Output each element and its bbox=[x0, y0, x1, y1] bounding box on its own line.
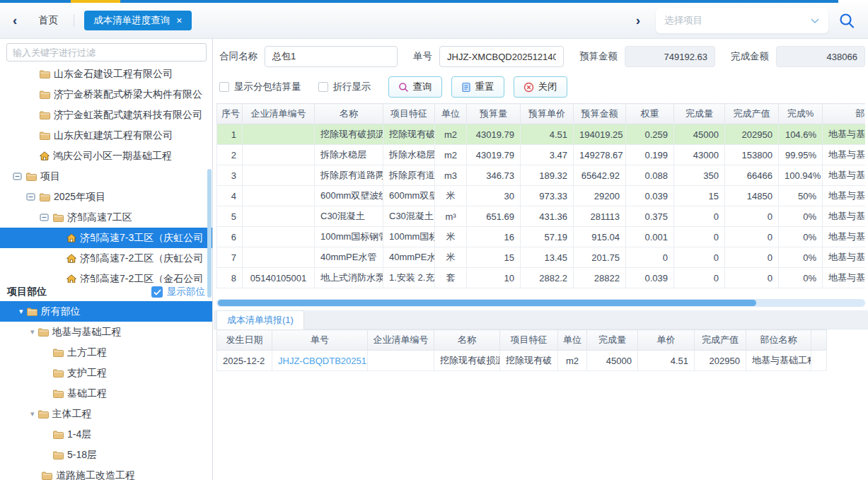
forward-icon[interactable]: › bbox=[636, 13, 640, 28]
table-cell: 3.47 bbox=[521, 145, 574, 165]
table-cell: 0.199 bbox=[626, 145, 674, 165]
horizontal-scrollbar-thumb[interactable] bbox=[218, 300, 756, 306]
tab-cost-list-filling[interactable]: 成本清单填报(1) bbox=[216, 310, 304, 329]
table-row[interactable]: 805140105001地上式消防水泵1.安装 2.充套102882.22882… bbox=[217, 268, 866, 288]
tree-item-label: 道路施工改造工程 bbox=[56, 469, 135, 480]
collapse-icon[interactable] bbox=[13, 172, 22, 181]
tree-item[interactable]: 2025年项目 bbox=[0, 187, 212, 207]
caret-down-icon[interactable]: ▾ bbox=[30, 327, 35, 336]
show-subcontract-label[interactable]: 显示分包结算量 bbox=[234, 81, 301, 93]
table-row[interactable]: 740mmPE水管40mmPE水米1513.45201.750000%地基与基础 bbox=[217, 247, 866, 268]
table-cell: 地基与基础 bbox=[823, 227, 866, 247]
reset-button[interactable]: 重置 bbox=[451, 76, 504, 98]
toolbar-row: 显示分包结算量 折行显示 查询 重置 关闭 bbox=[219, 76, 577, 98]
table-cell: 地基与基础 bbox=[823, 186, 866, 206]
table-row[interactable]: 6100mm国标钢管100mm国标米1657.19915.040.001000%… bbox=[217, 227, 866, 247]
tree-item[interactable]: 济邹高速7-2工区（庆虹公司 bbox=[0, 248, 212, 269]
table-cell: 431.36 bbox=[521, 206, 574, 227]
table-cell: 0 bbox=[725, 206, 779, 227]
table-row[interactable]: 5C30混凝土C30混凝土m³651.69431.362811130.37500… bbox=[217, 206, 866, 227]
table-cell: 05140105001 bbox=[243, 268, 315, 288]
table-cell: 40mmPE水管 bbox=[315, 247, 383, 268]
tree-item-label: 1-4层 bbox=[67, 428, 91, 441]
bottom-tabbar: 成本清单填报(1) bbox=[214, 310, 868, 329]
collapse-icon[interactable] bbox=[26, 192, 35, 201]
table-cell bbox=[243, 145, 315, 165]
table-cell: 10 bbox=[467, 268, 521, 288]
completed-amount-label: 完成金额 bbox=[731, 50, 769, 63]
table-row[interactable]: 4600mm双壁波纹600mm双壁米30973.33292000.0391514… bbox=[217, 186, 866, 206]
tree-item-label: 支护工程 bbox=[67, 367, 107, 380]
checkbox-checked-icon[interactable] bbox=[151, 286, 163, 298]
search-icon[interactable] bbox=[838, 12, 855, 29]
tab-cost-list-progress[interactable]: 成本清单进度查询 × bbox=[84, 11, 191, 30]
table-cell: C30混凝土 bbox=[383, 206, 435, 227]
parts-tree-item[interactable]: 土方工程 bbox=[0, 342, 212, 363]
back-icon[interactable]: ‹ bbox=[13, 13, 17, 28]
folder-icon bbox=[53, 369, 64, 377]
close-button[interactable]: 关闭 bbox=[514, 76, 567, 98]
collapse-icon[interactable] bbox=[40, 213, 49, 222]
table-cell: 挖除现有破 bbox=[500, 351, 558, 371]
table-cell: 5 bbox=[217, 206, 243, 227]
horizontal-scrollbar[interactable] bbox=[216, 299, 865, 307]
table-row[interactable]: 2拆除水稳层拆除水稳层m243019.793.47149278.670.1994… bbox=[217, 145, 866, 165]
table-cell: 189.32 bbox=[521, 165, 574, 186]
table-cell bbox=[811, 351, 827, 371]
table-row[interactable]: 3拆除原有道路两拆除原有道m3346.73189.3265642.920.088… bbox=[217, 165, 866, 186]
parts-tree-item-selected[interactable]: ▾所有部位 bbox=[0, 301, 212, 322]
chevron-down-icon[interactable] bbox=[810, 17, 820, 24]
show-parts-checkbox[interactable]: 显示部位 bbox=[151, 286, 205, 298]
parts-tree-item[interactable]: 基础工程 bbox=[0, 383, 212, 404]
table-cell: 100.94% bbox=[779, 165, 823, 186]
table-cell: m2 bbox=[435, 124, 467, 145]
column-header: 发生日期 bbox=[217, 330, 272, 351]
table-cell: 地基与基础 bbox=[823, 145, 866, 165]
table-cell: 1 bbox=[217, 124, 243, 145]
tree-item[interactable]: 济邹高速7工区 bbox=[0, 207, 212, 228]
table-cell: 28822 bbox=[574, 268, 626, 288]
doc-number-input[interactable] bbox=[439, 46, 564, 67]
tree-item[interactable]: 鸿庆公司小区一期基础工程 bbox=[0, 146, 212, 166]
table-cell: 地基与基础工程 bbox=[746, 351, 811, 371]
parts-tree-item[interactable]: 道路施工改造工程 bbox=[0, 465, 212, 480]
tree-item[interactable]: 山东庆虹建筑工程有限公司 bbox=[0, 125, 212, 146]
folder-icon bbox=[53, 431, 64, 439]
column-header: 预算量 bbox=[467, 104, 521, 124]
wrap-display-label[interactable]: 折行显示 bbox=[333, 81, 371, 93]
tab-close-icon[interactable]: × bbox=[176, 16, 182, 25]
folder-icon bbox=[38, 328, 49, 336]
caret-down-icon[interactable]: ▾ bbox=[19, 307, 23, 316]
tab-home[interactable]: 首页 bbox=[38, 14, 58, 27]
caret-down-icon[interactable]: ▾ bbox=[30, 409, 35, 418]
show-subcontract-checkbox[interactable] bbox=[219, 82, 229, 92]
tree-item[interactable]: 山东金石建设工程有限公司 bbox=[0, 64, 212, 84]
column-header: 单位 bbox=[558, 330, 587, 351]
tree-item[interactable]: 项目 bbox=[0, 166, 212, 187]
filter-form: 合同名称 单号 预算金额 完成金额 bbox=[219, 45, 865, 68]
tree-item-selected[interactable]: 济邹高速7-3工区（庆虹公司 bbox=[0, 228, 212, 248]
parts-tree-item[interactable]: 5-18层 bbox=[0, 445, 212, 465]
contract-name-input[interactable] bbox=[265, 46, 398, 67]
column-header: 完成% bbox=[779, 104, 823, 124]
table-row[interactable]: 2025-12-2JHJZ-CBQDTB202512挖除现有破损沥挖除现有破m2… bbox=[217, 351, 827, 371]
sidebar-scrollbar-thumb[interactable] bbox=[207, 169, 212, 298]
parts-tree-item[interactable]: 支护工程 bbox=[0, 363, 212, 383]
parts-tree-item[interactable]: ▾主体工程 bbox=[0, 404, 212, 424]
tree-filter-input[interactable] bbox=[6, 43, 207, 62]
budget-amount-label: 预算金额 bbox=[579, 50, 618, 63]
document-link[interactable]: JHJZ-CBQDTB202512 bbox=[272, 351, 368, 371]
table-cell: 0.259 bbox=[626, 124, 674, 145]
tree-item-label: 地基与基础工程 bbox=[52, 326, 122, 339]
table-row[interactable]: 1挖除现有破损沥挖除现有破m243019.794.51194019.250.25… bbox=[217, 124, 866, 145]
tree-item[interactable]: 济宁金虹装配式建筑科技有限公司 bbox=[0, 105, 212, 125]
wrap-display-checkbox[interactable] bbox=[318, 82, 328, 92]
tree-item-label: 济宁金桥装配式桥梁大构件有限公 bbox=[54, 88, 202, 101]
parts-tree-item[interactable]: 1-4层 bbox=[0, 424, 212, 445]
query-button[interactable]: 查询 bbox=[388, 76, 442, 98]
table-cell: 3 bbox=[217, 165, 243, 186]
parts-tree-item[interactable]: ▾地基与基础工程 bbox=[0, 322, 212, 342]
tree-item[interactable]: 济宁金桥装配式桥梁大构件有限公 bbox=[0, 84, 212, 105]
tree-item-label: 基础工程 bbox=[67, 387, 107, 400]
project-select[interactable]: 选择项目 bbox=[656, 8, 828, 33]
